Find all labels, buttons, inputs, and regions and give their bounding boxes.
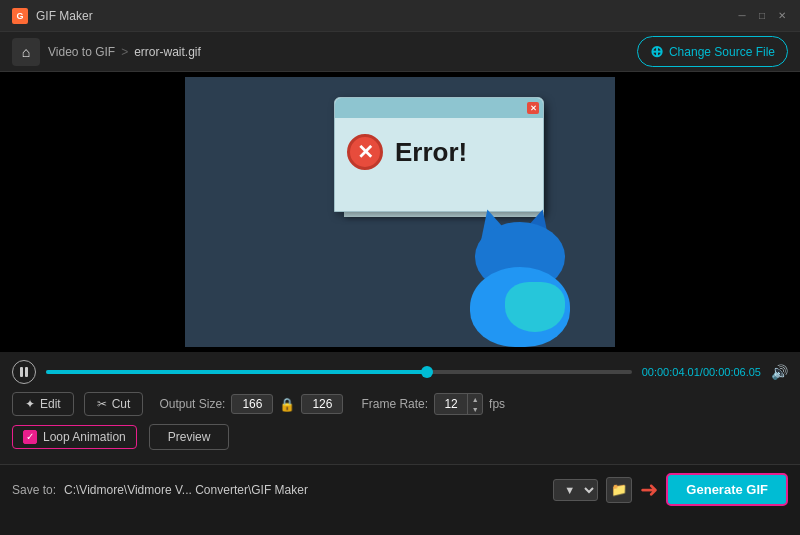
cat-body xyxy=(470,267,570,347)
generate-gif-button[interactable]: Generate GIF xyxy=(666,473,788,506)
fps-up-button[interactable]: ▲ xyxy=(468,394,482,404)
breadcrumb-parent[interactable]: Video to GIF xyxy=(48,45,115,59)
window-controls: ─ □ ✕ xyxy=(736,10,788,22)
frame-rate-label: Frame Rate: xyxy=(361,397,428,411)
save-path: C:\Vidmore\Vidmore V... Converter\GIF Ma… xyxy=(64,483,545,497)
video-preview-area: ✕ ✕ ✕ Error! xyxy=(0,72,800,352)
arrow-indicator: ➜ xyxy=(640,477,658,503)
title-bar: G GIF Maker ─ □ ✕ xyxy=(0,0,800,32)
change-source-label: Change Source File xyxy=(669,45,775,59)
error-dialog-content: ✕ Error! xyxy=(335,118,543,186)
edit-button[interactable]: ✦ Edit xyxy=(12,392,74,416)
cut-label: Cut xyxy=(112,397,131,411)
folder-button[interactable]: 📁 xyxy=(606,477,632,503)
maximize-button[interactable]: □ xyxy=(756,10,768,22)
volume-icon[interactable]: 🔊 xyxy=(771,364,788,380)
frame-rate-group: Frame Rate: ▲ ▼ fps xyxy=(361,393,505,415)
fps-down-button[interactable]: ▼ xyxy=(468,404,482,414)
fps-arrows: ▲ ▼ xyxy=(467,394,482,414)
dialog-close-front: ✕ xyxy=(527,102,539,114)
pause-icon xyxy=(20,367,28,377)
cut-icon: ✂ xyxy=(97,397,107,411)
time-display: 00:00:04.01/00:00:06.05 xyxy=(642,366,761,378)
video-preview: ✕ ✕ ✕ Error! xyxy=(185,77,615,347)
change-source-button[interactable]: ⊕ Change Source File xyxy=(637,36,788,67)
nav-bar: ⌂ Video to GIF > error-wait.gif ⊕ Change… xyxy=(0,32,800,72)
error-text: Error! xyxy=(395,137,467,168)
timeline-row: 00:00:04.01/00:00:06.05 🔊 xyxy=(12,360,788,384)
fps-input[interactable] xyxy=(435,395,467,413)
pause-bar-right xyxy=(25,367,28,377)
timeline-progress xyxy=(46,370,427,374)
save-to-label: Save to: xyxy=(12,483,56,497)
preview-button[interactable]: Preview xyxy=(149,424,230,450)
fps-label: fps xyxy=(489,397,505,411)
preview-label: Preview xyxy=(168,430,211,444)
loop-row: ✓ Loop Animation Preview xyxy=(12,424,788,450)
dialog-titlebar-front: ✕ xyxy=(335,98,543,118)
breadcrumb: Video to GIF > error-wait.gif xyxy=(48,45,201,59)
output-size-label: Output Size: xyxy=(159,397,225,411)
cat-character xyxy=(455,227,585,347)
total-time: 00:00:06.05 xyxy=(703,366,761,378)
title-bar-left: G GIF Maker xyxy=(12,8,93,24)
gif-background: ✕ ✕ ✕ Error! xyxy=(185,77,615,347)
pause-bar-left xyxy=(20,367,23,377)
error-x-mark: ✕ xyxy=(357,142,374,162)
fps-input-wrap: ▲ ▼ xyxy=(434,393,483,415)
edit-label: Edit xyxy=(40,397,61,411)
breadcrumb-separator: > xyxy=(121,45,128,59)
pause-button[interactable] xyxy=(12,360,36,384)
timeline-track[interactable] xyxy=(46,370,632,374)
home-icon: ⌂ xyxy=(22,44,30,60)
lock-icon[interactable]: 🔒 xyxy=(279,397,295,412)
save-row: Save to: C:\Vidmore\Vidmore V... Convert… xyxy=(0,464,800,514)
nav-left: ⌂ Video to GIF > error-wait.gif xyxy=(12,38,201,66)
height-input[interactable] xyxy=(301,394,343,414)
path-dropdown[interactable]: ▼ xyxy=(553,479,598,501)
home-button[interactable]: ⌂ xyxy=(12,38,40,66)
error-icon: ✕ xyxy=(347,134,383,170)
folder-icon: 📁 xyxy=(611,482,627,497)
app-title: GIF Maker xyxy=(36,9,93,23)
minimize-button[interactable]: ─ xyxy=(736,10,748,22)
loop-animation-group[interactable]: ✓ Loop Animation xyxy=(12,425,137,449)
loop-checkbox[interactable]: ✓ xyxy=(23,430,37,444)
plus-icon: ⊕ xyxy=(650,42,663,61)
cat-chest xyxy=(505,282,565,332)
breadcrumb-current: error-wait.gif xyxy=(134,45,201,59)
error-dialog-front: ✕ ✕ Error! xyxy=(334,97,544,212)
loop-label: Loop Animation xyxy=(43,430,126,444)
error-dialog-container: ✕ ✕ ✕ Error! xyxy=(334,97,554,212)
toolbar-row: ✦ Edit ✂ Cut Output Size: 🔒 Frame Rate: … xyxy=(12,392,788,416)
output-size-group: Output Size: 🔒 xyxy=(159,394,343,414)
cut-button[interactable]: ✂ Cut xyxy=(84,392,144,416)
controls-area: 00:00:04.01/00:00:06.05 🔊 ✦ Edit ✂ Cut O… xyxy=(0,352,800,464)
width-input[interactable] xyxy=(231,394,273,414)
current-time: 00:00:04.01 xyxy=(642,366,700,378)
check-mark: ✓ xyxy=(26,432,34,442)
timeline-thumb xyxy=(421,366,433,378)
generate-label: Generate GIF xyxy=(686,482,768,497)
edit-icon: ✦ xyxy=(25,397,35,411)
close-button[interactable]: ✕ xyxy=(776,10,788,22)
app-icon: G xyxy=(12,8,28,24)
